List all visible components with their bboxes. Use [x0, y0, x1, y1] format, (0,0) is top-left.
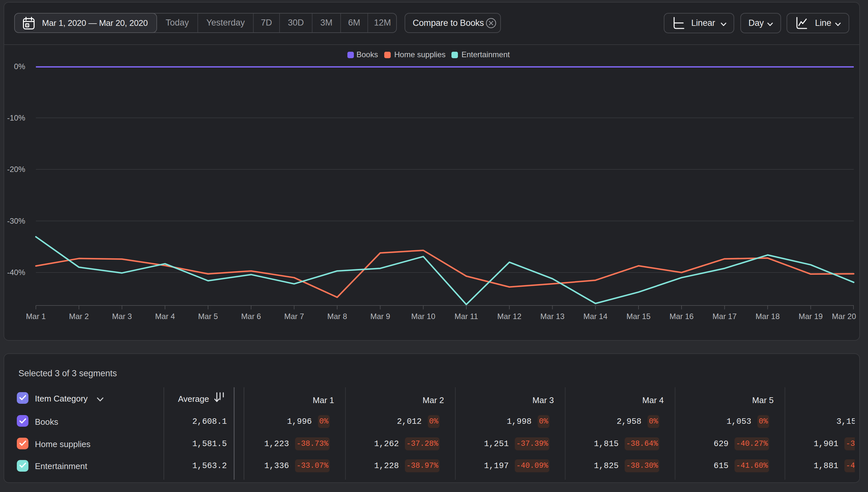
svg-text:Mar 14: Mar 14 [583, 312, 608, 321]
svg-text:Mar 17: Mar 17 [713, 312, 737, 321]
svg-text:-40%: -40% [7, 268, 25, 277]
svg-text:Mar 12: Mar 12 [497, 312, 521, 321]
svg-text:Mar 15: Mar 15 [626, 312, 650, 321]
svg-text:Mar 2: Mar 2 [69, 312, 89, 321]
svg-text:Mar 20: Mar 20 [832, 312, 856, 321]
svg-text:Mar 5: Mar 5 [198, 312, 218, 321]
svg-text:Mar 8: Mar 8 [327, 312, 347, 321]
svg-text:Mar 7: Mar 7 [284, 312, 304, 321]
svg-text:Mar 6: Mar 6 [241, 312, 261, 321]
svg-text:-20%: -20% [7, 165, 25, 174]
svg-text:Mar 9: Mar 9 [371, 312, 390, 321]
svg-text:Mar 4: Mar 4 [155, 312, 175, 321]
svg-text:-10%: -10% [7, 114, 25, 122]
svg-text:0%: 0% [14, 62, 25, 71]
svg-text:Mar 16: Mar 16 [670, 312, 694, 321]
svg-text:Mar 10: Mar 10 [411, 312, 435, 321]
svg-text:Mar 1: Mar 1 [26, 312, 46, 321]
svg-text:Mar 11: Mar 11 [455, 312, 478, 321]
svg-text:Mar 3: Mar 3 [112, 312, 132, 321]
svg-text:Mar 19: Mar 19 [798, 312, 823, 321]
svg-text:-30%: -30% [7, 217, 25, 225]
svg-text:Mar 18: Mar 18 [756, 312, 780, 321]
svg-text:Mar 13: Mar 13 [540, 312, 565, 321]
